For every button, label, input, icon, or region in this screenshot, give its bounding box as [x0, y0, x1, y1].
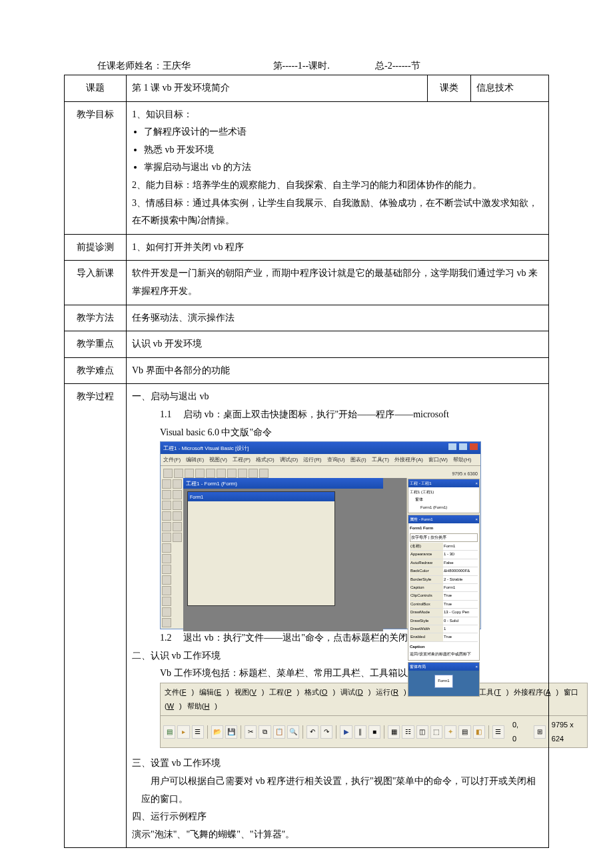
vb-toolbox — [161, 478, 184, 629]
separator — [336, 725, 336, 739]
panel-title: 属性 - Form1 — [410, 516, 433, 523]
tool-icon — [173, 511, 182, 521]
tool-icon — [162, 511, 171, 521]
tree-root: 工程1 (工程1) — [410, 489, 478, 496]
save-icon: 💾 — [225, 725, 237, 739]
label-objectives: 教学目标 — [65, 101, 127, 234]
data-view-icon: ▤ — [458, 725, 470, 739]
redo-icon: ↷ — [320, 725, 332, 739]
lesson-table: 课题 第 1 课 vb 开发环境简介 课类 信息技术 教学目标 1、知识目标： … — [64, 75, 549, 848]
menu-item: 工程(P) — [233, 457, 251, 463]
tool-icon — [173, 490, 182, 499]
toolbox-icon: ✦ — [444, 725, 456, 739]
menubar-row: 文件(F)编辑(E)视图(V)工程(P)格式(O)调试(D)运行(R)查询(U)… — [161, 683, 587, 716]
props-row: DrawStyle0 - Solid — [410, 617, 478, 625]
menu-item: 文件(F) — [163, 457, 181, 463]
close-icon: × — [475, 663, 478, 670]
form1: Form1 — [187, 491, 335, 606]
sec3-body: 用户可以根据自己需要对 vb 程序进行相关设置，执行"视图"菜单中的命令，可以打… — [132, 773, 543, 808]
separator — [207, 725, 208, 739]
value-objectives: 1、知识目标： 了解程序设计的一些术语 熟悉 vb 开发环境 掌握启动与退出 v… — [127, 101, 549, 234]
sec2-title: 二、认识 vb 工作环境 — [132, 647, 543, 665]
props-row: ControlBoxTrue — [410, 601, 478, 609]
menu-item: 帮助(H) — [453, 457, 471, 463]
form-canvas — [189, 501, 333, 604]
vb-titlebar: 工程1 - Microsoft Visual Basic [设计] — [161, 442, 480, 454]
toolbar-icon — [217, 469, 226, 478]
close-icon — [470, 443, 478, 450]
tool-icon — [173, 522, 182, 531]
label-lesson-type: 课类 — [428, 75, 471, 102]
label-process: 教学过程 — [65, 384, 127, 848]
toolbar-icon — [249, 469, 258, 478]
tree-folder: 窗体 — [410, 496, 478, 503]
label-focus: 教学重点 — [65, 331, 127, 358]
menu-item: 编辑(E) — [186, 457, 204, 463]
tool-icon — [162, 543, 171, 553]
maximize-icon — [459, 443, 467, 450]
menu-item: 运行(R) — [376, 688, 406, 696]
separator — [241, 725, 241, 739]
value-lesson-type: 信息技术 — [471, 75, 549, 102]
menu-item: 工具(T) — [479, 688, 508, 696]
cut-icon: ✂ — [245, 725, 257, 739]
props-object: Form1 Form — [410, 525, 478, 532]
pause-icon: ∥ — [354, 725, 366, 739]
stop-icon: ■ — [368, 725, 380, 739]
open-icon: 📂 — [211, 725, 223, 739]
toolbar-icon — [195, 469, 205, 478]
add-form-icon: ▸ — [177, 725, 189, 739]
object-browser-icon: ⬚ — [430, 725, 442, 739]
project-tree: 工程1 (工程1) 窗体 Form1 (Form1) — [408, 487, 479, 513]
props-tabs: 按字母序 | 按分类序 — [410, 533, 478, 542]
menu-item: 调试(D) — [340, 688, 370, 696]
properties-panel: 属性 - Form1× Form1 Form 按字母序 | 按分类序 (名称)F… — [408, 515, 480, 660]
lesson-plan-page: 任课老师姓名：王庆华 第-----1--课时. 总-2------节 课题 第 … — [0, 0, 613, 868]
tool-icon — [162, 501, 171, 510]
menu-item: 外接程序(A) — [514, 688, 558, 696]
label-method: 教学方法 — [65, 305, 127, 331]
props-caption-label: Caption — [410, 643, 478, 651]
props-grid: (名称)Form1Appearance1 - 3DAutoRedrawFalse… — [410, 543, 478, 642]
props-row: BackColor&H8000000F& — [410, 567, 478, 575]
know-item: 了解程序设计的一些术语 — [144, 123, 543, 141]
props-row: ClipControlsTrue — [410, 592, 478, 600]
panel-title: 窗体布局 — [410, 663, 426, 670]
value-method: 任务驱动法、演示操作法 — [127, 305, 549, 331]
right-panels: 工程 - 工程1× 工程1 (工程1) 窗体 Form1 (Form1) 属性 … — [406, 478, 480, 629]
value-difficulty: Vb 界面中各部分的功能 — [127, 357, 549, 384]
paste-icon: 📋 — [273, 725, 285, 739]
toolbar-icon — [227, 469, 237, 478]
sec4-title: 四、运行示例程序 — [132, 808, 543, 826]
props-row: BorderStyle2 - Sizable — [410, 576, 478, 584]
layout-panel: 窗体布局× Form1 — [408, 662, 480, 697]
label-diag: 前提诊测 — [65, 234, 127, 261]
menu-item: 工具(T) — [372, 457, 389, 463]
menu-item: 视图(V) — [235, 688, 265, 696]
run-icon: ▶ — [340, 725, 352, 739]
menu-item: 外接程序(A) — [394, 457, 423, 463]
props-row: CaptionForm1 — [410, 584, 478, 592]
header-line: 任课老师姓名：王庆华 第-----1--课时. 总-2------节 — [64, 60, 549, 72]
tool-icon — [162, 522, 171, 531]
menu-item: 工程(P) — [269, 688, 299, 696]
tool-icon — [162, 565, 171, 574]
sec2-body: Vb 工作环境包括：标题栏、菜单栏、常用工具栏、工具箱以及窗口。 — [132, 665, 543, 683]
props-body: Form1 Form 按字母序 | 按分类序 (名称)Form1Appearan… — [408, 523, 479, 659]
undo-icon: ↶ — [306, 725, 318, 739]
sec1-2: 1.2 退出 vb：执行"文件——退出"命令，点击标题栏的关闭按钮 — [132, 629, 543, 647]
value-topic: 第 1 课 vb 开发环境简介 — [127, 75, 428, 102]
value-process: 一、启动与退出 vb 1.1 启动 vb：桌面上双击快捷图标，执行"开始——程序… — [127, 384, 549, 848]
props-row: AutoRedrawFalse — [410, 559, 478, 567]
coords-readout: 9795 x 6360 — [452, 469, 478, 478]
value-focus: 认识 vb 开发环境 — [127, 331, 549, 358]
know-item: 熟悉 vb 开发环境 — [144, 141, 543, 159]
tool-icon — [162, 533, 171, 542]
tool-icon — [162, 597, 171, 606]
know-list: 了解程序设计的一些术语 熟悉 vb 开发环境 掌握启动与退出 vb 的方法 — [132, 123, 543, 177]
vb-menubar: 文件(F) 编辑(E) 视图(V) 工程(P) 格式(O) 调试(D) 运行(R… — [161, 454, 480, 466]
sec4-body: 演示"泡沫"、"飞舞的蝴蝶"、"计算器"。 — [132, 826, 543, 844]
toolbar-icon — [174, 469, 183, 478]
position-icon: ⊞ — [534, 725, 546, 739]
form1-title: Form1 — [190, 493, 203, 501]
